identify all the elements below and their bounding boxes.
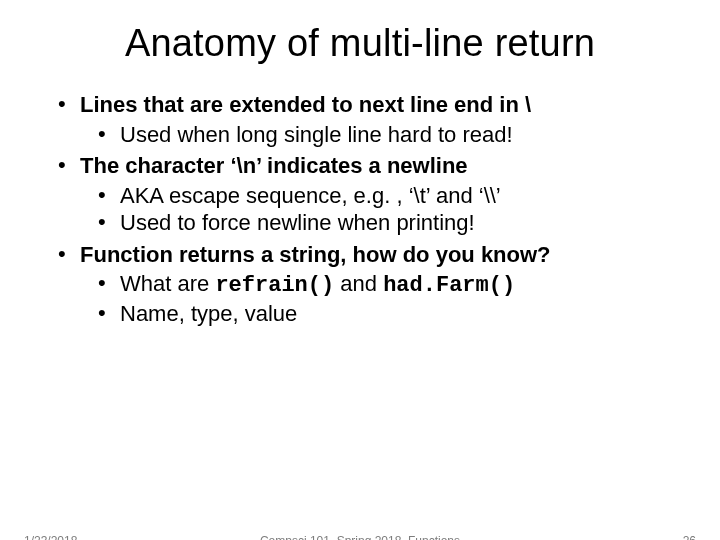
- slide-content: Lines that are extended to next line end…: [0, 91, 720, 327]
- sub-bullet: AKA escape sequence, e.g. , ‘\t’ and ‘\\…: [98, 182, 680, 210]
- sub-bullet: Name, type, value: [98, 300, 680, 328]
- slide-title: Anatomy of multi-line return: [0, 22, 720, 65]
- bullet-head: Function returns a string, how do you kn…: [80, 242, 551, 267]
- code-hadfarm: had.Farm(): [383, 273, 515, 298]
- sub-list: What are refrain() and had.Farm() Name, …: [80, 270, 680, 327]
- footer-page-number: 26: [683, 534, 696, 540]
- footer-center: Compsci 101, Spring 2018, Functions: [0, 534, 720, 540]
- sub-bullet: Used when long single line hard to read!: [98, 121, 680, 149]
- bullet-group-1: Lines that are extended to next line end…: [58, 91, 680, 148]
- bullet-group-3: Function returns a string, how do you kn…: [58, 241, 680, 328]
- bullet-head: The character ‘\n’ indicates a newline: [80, 153, 468, 178]
- sub-bullet: Used to force newline when printing!: [98, 209, 680, 237]
- code-refrain: refrain(): [215, 273, 334, 298]
- bullet-list: Lines that are extended to next line end…: [58, 91, 680, 327]
- sub-list: Used when long single line hard to read!: [80, 121, 680, 149]
- sub-bullet: What are refrain() and had.Farm(): [98, 270, 680, 300]
- slide: Anatomy of multi-line return Lines that …: [0, 22, 720, 540]
- bullet-group-2: The character ‘\n’ indicates a newline A…: [58, 152, 680, 237]
- sub-text: What are: [120, 271, 215, 296]
- sub-list: AKA escape sequence, e.g. , ‘\t’ and ‘\\…: [80, 182, 680, 237]
- bullet-head: Lines that are extended to next line end…: [80, 92, 531, 117]
- sub-text: and: [334, 271, 383, 296]
